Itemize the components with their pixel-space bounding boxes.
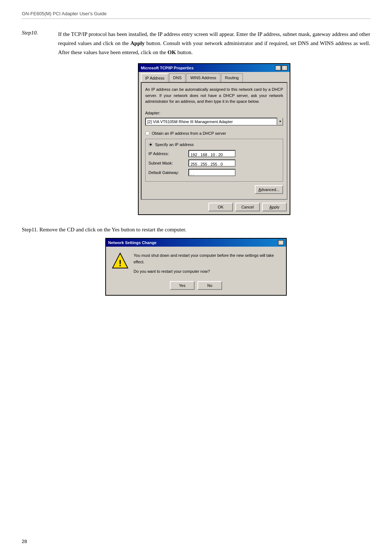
cancel-button[interactable]: Cancel — [235, 203, 260, 211]
step10-block: Step10. If the TCP/IP protocol has been … — [22, 30, 370, 215]
page-number: 28 — [22, 539, 27, 544]
ok-bold-text: OK — [168, 49, 176, 55]
page-header: GN-FE605(M) PCI Adapter User's Guide — [22, 11, 370, 19]
header-text: GN-FE605(M) PCI Adapter User's Guide — [22, 11, 107, 16]
network-dialog-footer: Yes No — [106, 280, 286, 295]
close-button[interactable]: × — [282, 65, 287, 70]
ip-address-input[interactable]: 192 . 168 . 10 . 20 — [188, 150, 236, 157]
step11-text: Step11. Remove the CD and click on the Y… — [22, 227, 187, 232]
apply-label: Apply — [269, 205, 279, 209]
radio-specify-row[interactable]: Specify an IP address — [148, 141, 280, 148]
radio-dhcp[interactable] — [145, 131, 150, 135]
warning-icon: ! — [112, 252, 128, 269]
tab-ip-address[interactable]: IP Address — [141, 73, 168, 82]
advanced-label: Advanced... — [258, 187, 279, 192]
advanced-row: Advanced... — [145, 185, 283, 194]
default-gateway-input[interactable]: . . — [188, 169, 236, 176]
apply-bold-text: Apply — [130, 40, 144, 46]
help-button[interactable]: ? — [275, 65, 281, 70]
tcp-dialog-body: An IP address can be automatically assig… — [141, 82, 287, 200]
tab-routing[interactable]: Routing — [221, 73, 243, 82]
subnet-mask-row: Subnet Mask: 255 . 255 . 255 . 0 — [148, 159, 280, 167]
tcp-dialog-footer: OK Cancel Apply — [139, 200, 290, 214]
yes-button[interactable]: Yes — [170, 281, 195, 290]
subnet-mask-label: Subnet Mask: — [148, 160, 188, 166]
step10-text: If the TCP/IP protocol has been installe… — [58, 30, 370, 215]
ip-address-label: IP Address: — [148, 150, 188, 157]
tab-bar: IP Address DNS WINS Address Routing — [139, 72, 290, 82]
adapter-select-row: [2] VIA VT6105M Rhine III Management Ada… — [145, 118, 283, 126]
step11-block: Step11. Remove the CD and click on the Y… — [22, 227, 370, 296]
ok-button[interactable]: OK — [208, 203, 233, 211]
adapter-label: Adapter: — [145, 110, 283, 116]
adapter-dropdown[interactable]: [2] VIA VT6105M Rhine III Management Ada… — [145, 118, 277, 126]
dhcp-description: An IP address can be automatically assig… — [145, 86, 283, 105]
specify-ip-group: Specify an IP address IP Address: 192 . … — [145, 139, 283, 182]
ip-address-row: IP Address: 192 . 168 . 10 . 20 — [148, 150, 280, 157]
default-gateway-label: Default Gateway: — [148, 169, 188, 176]
radio-dhcp-row[interactable]: Obtain an IP address from a DHCP server — [145, 130, 283, 137]
tcp-dialog-title: Microsoft TCP/IP Properties — [141, 65, 193, 71]
tab-dns[interactable]: DNS — [169, 73, 185, 82]
radio-specify[interactable] — [148, 142, 153, 147]
tcp-dialog-titlebar: Microsoft TCP/IP Properties ? × — [139, 64, 290, 72]
svg-text:!: ! — [119, 258, 122, 268]
apply-button[interactable]: Apply — [262, 203, 287, 211]
no-button[interactable]: No — [197, 281, 222, 290]
step10-label: Step10. — [22, 30, 58, 215]
network-close-button[interactable]: × — [278, 240, 284, 245]
subnet-mask-input[interactable]: 255 . 255 . 255 . 0 — [188, 159, 236, 167]
network-dialog-title: Network Settings Change — [108, 240, 156, 245]
tab-wins-address[interactable]: WINS Address — [186, 73, 220, 82]
network-settings-dialog: Network Settings Change × ! You must shu… — [105, 238, 287, 296]
tcp-ip-dialog: Microsoft TCP/IP Properties ? × IP Addre… — [138, 63, 290, 215]
default-gateway-row: Default Gateway: . . — [148, 169, 280, 176]
titlebar-controls: ? × — [275, 65, 287, 70]
advanced-button[interactable]: Advanced... — [255, 185, 283, 194]
network-dialog-body: ! You must shut down and restart your co… — [106, 247, 286, 280]
network-dialog-message: You must shut down and restart your comp… — [134, 252, 280, 275]
network-dialog-titlebar: Network Settings Change × — [106, 239, 286, 247]
adapter-dropdown-arrow[interactable]: ▼ — [277, 118, 283, 126]
